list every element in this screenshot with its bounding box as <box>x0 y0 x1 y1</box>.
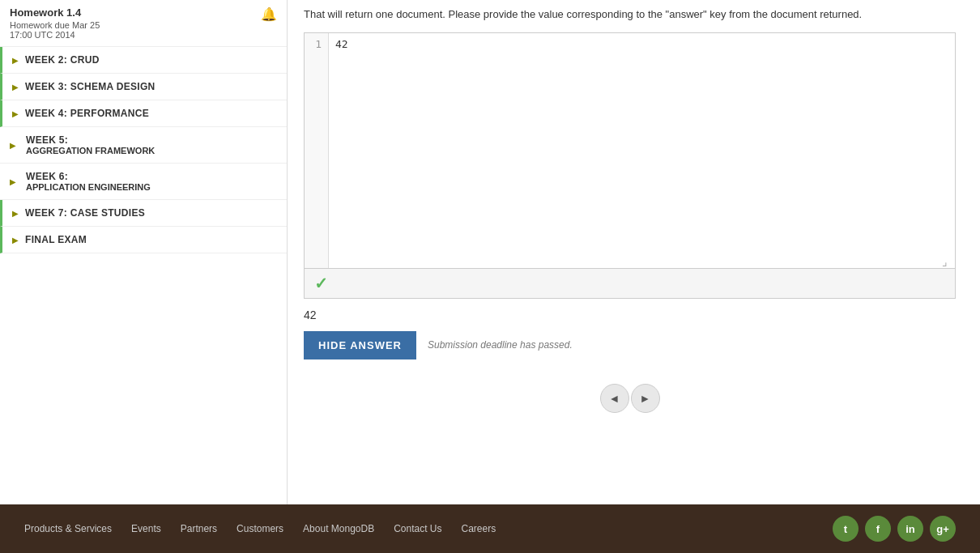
sidebar-item-label-line1: WEEK 5: <box>26 134 155 146</box>
checkmark-icon: ✓ <box>314 274 328 293</box>
arrow-icon: ▶ <box>10 177 16 186</box>
sidebar-item-week7[interactable]: ▶ WEEK 7: CASE STUDIES <box>0 200 287 227</box>
sidebar-item-finalexam[interactable]: ▶ FINAL EXAM <box>0 227 287 253</box>
footer: Products & Services Events Partners Cust… <box>0 504 980 553</box>
linkedin-icon[interactable]: in <box>897 516 923 542</box>
page-layout: Homework 1.4 Homework due Mar 25 17:00 U… <box>0 0 980 553</box>
footer-links: Products & Services Events Partners Cust… <box>24 523 496 534</box>
code-content[interactable]: 42 <box>329 33 955 268</box>
hw-title: Homework 1.4 <box>10 6 100 19</box>
sidebar-item-week4[interactable]: ▶ WEEK 4: PERFORMANCE <box>0 100 287 127</box>
sidebar-item-week6[interactable]: ▶ WEEK 6: APPLICATION ENGINEERING <box>0 164 287 200</box>
footer-link-events[interactable]: Events <box>131 523 161 534</box>
footer-link-products[interactable]: Products & Services <box>24 523 112 534</box>
submission-note: Submission deadline has passed. <box>428 339 573 351</box>
sidebar-item-label-line2: APPLICATION ENGINEERING <box>26 182 151 192</box>
sidebar-item-label: WEEK 7: CASE STUDIES <box>25 207 145 219</box>
hw-header: Homework 1.4 Homework due Mar 25 17:00 U… <box>0 0 287 47</box>
footer-link-about[interactable]: About MongoDB <box>303 523 374 534</box>
arrow-icon: ▶ <box>10 141 16 150</box>
code-editor-inner: 1 42 <box>305 33 955 268</box>
sidebar-item-week3[interactable]: ▶ WEEK 3: SCHEMA DESIGN <box>0 74 287 100</box>
content-area: That will return one document. Please pr… <box>288 0 980 504</box>
nav-arrows: ◄ ► <box>304 384 956 413</box>
intro-text: That will return one document. Please pr… <box>304 6 956 23</box>
footer-link-careers[interactable]: Careers <box>462 523 496 534</box>
arrow-icon: ▶ <box>12 236 19 245</box>
footer-link-customers[interactable]: Customers <box>236 523 283 534</box>
resize-handle[interactable]: ⌟ <box>942 255 953 266</box>
action-bar: HIDE ANSWER Submission deadline has pass… <box>304 331 956 359</box>
arrow-icon: ▶ <box>12 56 19 65</box>
answer-value: 42 <box>304 308 956 321</box>
sidebar-scroll[interactable]: Homework 1.4 Homework due Mar 25 17:00 U… <box>0 0 287 504</box>
arrow-icon: ▶ <box>12 209 19 218</box>
sidebar-item-label-line1: WEEK 6: <box>26 171 151 182</box>
sidebar-item-label: FINAL EXAM <box>25 234 87 245</box>
social-icons: t f in g+ <box>833 516 956 542</box>
hw-due: Homework due Mar 25 17:00 UTC 2014 <box>10 20 100 40</box>
prev-button[interactable]: ◄ <box>600 384 629 413</box>
code-editor: 1 42 ⌟ <box>304 32 956 269</box>
hide-answer-button[interactable]: HIDE ANSWER <box>304 331 416 359</box>
sidebar-item-label: WEEK 3: SCHEMA DESIGN <box>25 81 156 92</box>
arrow-icon: ▶ <box>12 83 19 91</box>
arrow-icon: ▶ <box>12 109 19 118</box>
sidebar-item-label: WEEK 2: CRUD <box>25 54 100 66</box>
sidebar: Homework 1.4 Homework due Mar 25 17:00 U… <box>0 0 288 504</box>
alarm-icon: 🔔 <box>261 6 277 22</box>
week5-label-group: WEEK 5: AGGREGATION FRAMEWORK <box>26 134 155 155</box>
hw-info: Homework 1.4 Homework due Mar 25 17:00 U… <box>10 6 100 40</box>
main-area: Homework 1.4 Homework due Mar 25 17:00 U… <box>0 0 980 504</box>
twitter-icon[interactable]: t <box>833 516 859 542</box>
googleplus-icon[interactable]: g+ <box>930 516 956 542</box>
facebook-icon[interactable]: f <box>865 516 891 542</box>
week6-label-group: WEEK 6: APPLICATION ENGINEERING <box>26 171 151 192</box>
sidebar-item-label-line2: AGGREGATION FRAMEWORK <box>26 146 155 155</box>
check-bar: ✓ <box>304 269 956 299</box>
sidebar-item-label: WEEK 4: PERFORMANCE <box>25 108 149 119</box>
sidebar-item-week5[interactable]: ▶ WEEK 5: AGGREGATION FRAMEWORK <box>0 127 287 164</box>
next-button[interactable]: ► <box>631 384 660 413</box>
footer-link-partners[interactable]: Partners <box>181 523 217 534</box>
footer-link-contact[interactable]: Contact Us <box>394 523 441 534</box>
line-numbers: 1 <box>305 33 329 268</box>
sidebar-item-week2[interactable]: ▶ WEEK 2: CRUD <box>0 47 287 74</box>
